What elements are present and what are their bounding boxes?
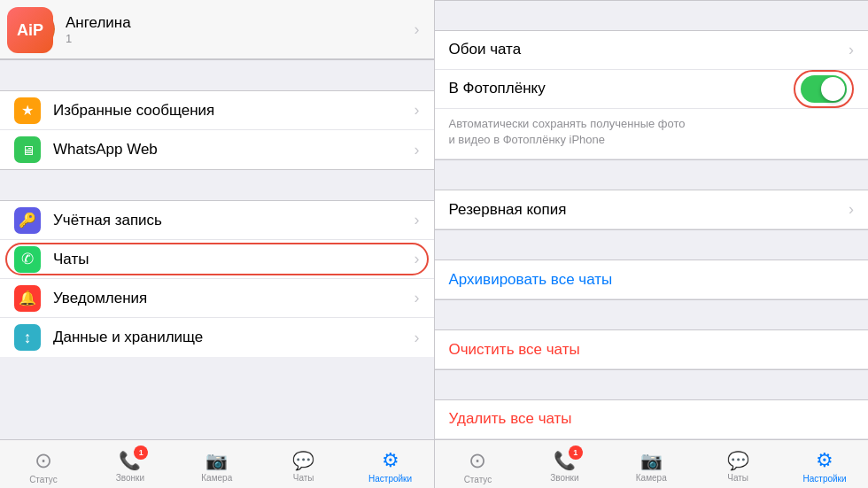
camera-label-left: Камера [201, 473, 232, 483]
tab-calls-right[interactable]: 📞 1 Звонки [521, 446, 608, 483]
delete-label: Удалить все чаты [449, 410, 572, 428]
camera-icon-right: 📷 [640, 450, 663, 471]
calls-badge-left: 1 [134, 445, 148, 460]
account-label: Учётная запись [53, 212, 415, 229]
settings-label-right: Настройки [803, 474, 847, 484]
screens-container: Ангелина 1 › ★ Избранные сообщения › [0, 0, 868, 488]
tab-chats-right[interactable]: 💬 Чаты [694, 446, 781, 483]
action-row-delete[interactable]: Удалить все чаты [435, 400, 869, 439]
menu-item-notifications[interactable]: 🔔 Уведомления › [0, 279, 434, 318]
settings-row-wallpaper[interactable]: Обои чата › [435, 31, 869, 70]
calls-badge-right: 1 [569, 445, 583, 460]
toggle-thumb [821, 77, 845, 101]
chats-chevron: › [415, 250, 420, 268]
left-main-content: ★ Избранные сообщения › 🖥 WhatsApp Web › [0, 59, 434, 488]
status-icon-right: ⊙ [469, 448, 486, 473]
left-tab-bar: ⊙ Статус 📞 1 Звонки 📷 Камера 💬 Чаты ⚙ Н [0, 439, 434, 488]
photo-roll-toggle-oval [794, 70, 854, 108]
tab-settings-left[interactable]: ⚙ Настройки [347, 445, 434, 484]
settings-icon-right: ⚙ [816, 449, 833, 472]
menu-section-2: 🔑 Учётная запись › ✆ Чаты › 🔔 Уве [0, 201, 434, 357]
whatsapp-web-label: WhatsApp Web [53, 141, 415, 159]
monitor-icon: 🖥 [14, 136, 41, 163]
right-tab-bar: ⊙ Статус 📞 1 Звонки 📷 Камера 💬 Чаты ⚙ Н [435, 439, 869, 488]
aip-logo: AiP [7, 7, 53, 53]
chats-icon-right: 💬 [727, 450, 749, 471]
data-chevron: › [415, 329, 420, 347]
calls-label-right: Звонки [550, 473, 578, 483]
chats-tab-label-right: Чаты [727, 473, 748, 483]
right-main-content: Обои чата › В Фотоплёнку Автоматически с… [435, 0, 869, 488]
archive-label: Архивировать все чаты [449, 271, 613, 289]
data-label: Данные и хранилище [53, 329, 415, 346]
section-gap-2 [0, 169, 434, 201]
action-row-archive[interactable]: Архивировать все чаты [435, 260, 869, 299]
tab-calls-left[interactable]: 📞 1 Звонки [87, 446, 174, 483]
data-icon: ↕ [14, 324, 41, 351]
tab-camera-right[interactable]: 📷 Камера [608, 446, 694, 483]
menu-item-account[interactable]: 🔑 Учётная запись › [0, 201, 434, 240]
favorites-chevron: › [415, 101, 420, 120]
calls-icon-left: 📞 1 [119, 450, 141, 471]
tab-status-left[interactable]: ⊙ Статус [0, 445, 87, 484]
calls-label-left: Звонки [116, 473, 144, 483]
camera-icon-left: 📷 [205, 450, 228, 471]
tab-status-right[interactable]: ⊙ Статус [435, 445, 522, 484]
whatsapp-web-chevron: › [415, 141, 420, 159]
profile-info: Ангелина 1 [66, 14, 407, 45]
status-label-left: Статус [29, 475, 58, 484]
favorites-label: Избранные сообщения [53, 102, 415, 120]
photo-roll-desc-text: Автоматически сохранять полученные фотои… [449, 116, 855, 148]
chats-label: Чаты [53, 251, 415, 268]
clear-label: Очистить все чаты [449, 341, 580, 359]
star-icon: ★ [14, 97, 41, 124]
key-icon: 🔑 [14, 207, 41, 234]
profile-name: Ангелина [66, 14, 407, 32]
settings-row-backup[interactable]: Резервная копия › [435, 190, 869, 229]
wallpaper-chevron: › [849, 41, 854, 59]
profile-row[interactable]: Ангелина 1 › [0, 0, 434, 59]
chats-tab-label-left: Чаты [293, 473, 314, 483]
tab-chats-left[interactable]: 💬 Чаты [260, 446, 347, 483]
menu-item-whatsapp-web[interactable]: 🖥 WhatsApp Web › [0, 130, 434, 169]
settings-row-photo-roll[interactable]: В Фотоплёнку [435, 70, 869, 109]
camera-label-right: Камера [636, 473, 667, 483]
calls-icon-right: 📞 1 [554, 450, 576, 471]
profile-chevron: › [415, 20, 420, 39]
settings-icon-left: ⚙ [382, 449, 399, 472]
notifications-label: Уведомления [53, 290, 415, 307]
right-section-gap-1 [435, 0, 869, 31]
settings-label-left: Настройки [368, 474, 412, 484]
right-section-gap-3 [435, 229, 869, 260]
tab-settings-right[interactable]: ⚙ Настройки [781, 445, 868, 484]
status-label-right: Статус [464, 475, 492, 484]
right-section-gap-5 [435, 369, 869, 400]
wallpaper-label: Обои чата [449, 41, 849, 58]
tab-camera-left[interactable]: 📷 Камера [174, 446, 260, 483]
menu-section-1: ★ Избранные сообщения › 🖥 WhatsApp Web › [0, 91, 434, 169]
photo-roll-label: В Фотоплёнку [449, 80, 794, 97]
menu-item-favorites[interactable]: ★ Избранные сообщения › [0, 91, 434, 130]
right-phone-screen: Обои чата › В Фотоплёнку Автоматически с… [434, 0, 869, 488]
menu-item-data[interactable]: ↕ Данные и хранилище › [0, 318, 434, 357]
backup-label: Резервная копия [449, 201, 849, 219]
left-phone-screen: Ангелина 1 › ★ Избранные сообщения › [0, 0, 434, 488]
profile-sub: 1 [66, 32, 407, 45]
status-icon-left: ⊙ [35, 448, 52, 473]
notifications-chevron: › [415, 289, 420, 307]
account-chevron: › [415, 211, 420, 229]
menu-item-chats[interactable]: ✆ Чаты › [0, 240, 434, 279]
right-section-gap-4 [435, 299, 869, 330]
chats-icon-left: 💬 [292, 450, 314, 471]
section-gap-1 [0, 59, 434, 91]
photo-roll-description: Автоматически сохранять полученные фотои… [435, 109, 869, 159]
right-section-gap-2 [435, 159, 869, 190]
photo-roll-toggle[interactable] [801, 75, 847, 103]
bell-icon: 🔔 [14, 285, 41, 312]
action-row-clear[interactable]: Очистить все чаты [435, 330, 869, 369]
whatsapp-icon: ✆ [14, 246, 41, 273]
backup-chevron: › [849, 200, 854, 219]
